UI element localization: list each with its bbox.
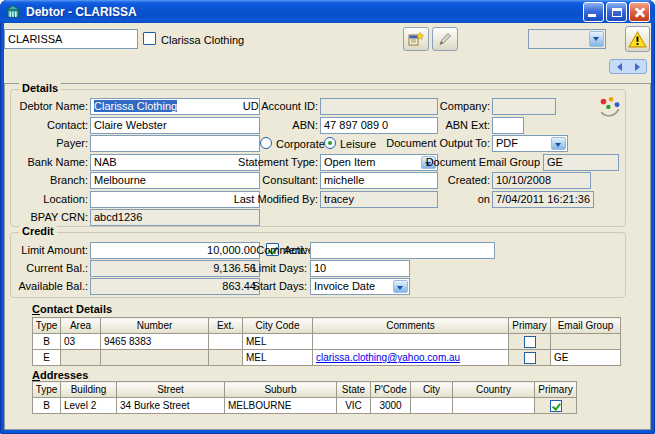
addresses-heading: Addresses	[32, 369, 88, 381]
cell-type[interactable]: E	[33, 350, 61, 366]
cell-comments[interactable]	[313, 334, 509, 350]
col-header: City Code	[243, 318, 313, 334]
contact-header-row: Type Area Number Ext. City Code Comments…	[33, 318, 621, 334]
document-email-group-field: GE	[543, 154, 619, 171]
col-header: Comments	[313, 318, 509, 334]
corporate-radio[interactable]	[260, 137, 272, 149]
minimize-icon	[588, 14, 596, 17]
chevron-down-icon	[393, 280, 408, 293]
col-header: Number	[101, 318, 209, 334]
cell-ext[interactable]	[209, 334, 243, 350]
start-days-dropdown[interactable]: Invoice Date	[310, 278, 410, 295]
cell-email-group[interactable]: GE	[551, 350, 621, 366]
col-header: Country	[453, 382, 535, 398]
bpay-crn-field: abcd1236	[90, 209, 260, 226]
modified-on-label: on	[341, 193, 490, 205]
limit-days-field[interactable]: 10	[310, 260, 410, 277]
cell-pcode[interactable]: 3000	[371, 398, 411, 414]
company-field	[492, 98, 556, 115]
maximize-icon	[612, 8, 622, 17]
abn-ext-field[interactable]	[492, 117, 524, 134]
multicolor-swirl-icon[interactable]	[597, 95, 623, 121]
cell-city[interactable]	[411, 398, 453, 414]
cell-city-code[interactable]: MEL	[243, 350, 313, 366]
leisure-radio[interactable]	[324, 137, 336, 149]
debtor-name-label: Debtor Name:	[11, 100, 88, 112]
start-days-label: Start Days:	[201, 280, 307, 292]
col-header: Email Group	[551, 318, 621, 334]
debtor-code-input[interactable]: CLARISSA	[4, 29, 138, 49]
address-header-row: Type Building Street Suburb State P'Code…	[33, 382, 577, 398]
scroll-tabs-left-icon[interactable]	[617, 63, 622, 71]
available-bal-label: Available Bal.:	[11, 280, 88, 292]
cell-ext	[209, 350, 243, 366]
bank-name-label: Bank Name:	[11, 156, 88, 168]
limit-days-label: Limit Days:	[201, 262, 307, 274]
created-label: Created:	[341, 174, 490, 186]
abn-label: ABN:	[181, 119, 318, 131]
cell-state[interactable]: VIC	[337, 398, 371, 414]
credit-legend: Credit	[19, 225, 57, 237]
ud-account-id-label: UD Account ID:	[181, 100, 318, 112]
modified-on-field: 7/04/2011 16:21:36	[492, 191, 594, 208]
col-header: Type	[33, 382, 61, 398]
cell-suburb[interactable]: MELBOURNE	[225, 398, 337, 414]
cell-city-code[interactable]: MEL	[243, 334, 313, 350]
cell-type[interactable]: B	[33, 398, 61, 414]
primary-checkbox[interactable]	[524, 336, 536, 348]
payer-field[interactable]	[90, 135, 260, 152]
col-header: Suburb	[225, 382, 337, 398]
debtor-name-caption: Clarissa Clothing	[161, 34, 244, 46]
cell-number[interactable]: 9465 8383	[101, 334, 209, 350]
corporate-radio-label: Corporate	[276, 138, 325, 150]
email-link[interactable]: clarissa.clothing@yahoo.com.au	[316, 352, 460, 363]
cell-area[interactable]: 03	[61, 334, 101, 350]
minimize-button[interactable]	[583, 2, 604, 22]
credit-group: Credit Limit Amount: 10,000.00 Active Co…	[10, 232, 626, 298]
cell-street[interactable]: 34 Burke Street	[117, 398, 225, 414]
statement-type-label: Statement Type:	[181, 156, 318, 168]
pen-icon	[436, 30, 454, 48]
titlebar: Debtor - CLARISSA	[0, 0, 655, 23]
document-output-to-label: Document Output To:	[341, 137, 490, 149]
primary-checkbox[interactable]	[550, 400, 562, 412]
contact-details-heading: Contact Details	[32, 303, 112, 315]
alert-button[interactable]	[625, 26, 650, 52]
tab-strip: Debtor Preferences Cards	[4, 56, 651, 84]
bpay-crn-label: BPAY CRN:	[11, 211, 88, 223]
window-title: Debtor - CLARISSA	[26, 5, 137, 19]
scroll-tabs-right-icon[interactable]	[635, 63, 640, 71]
cell-building[interactable]: Level 2	[61, 398, 117, 414]
toolbar-checkbox[interactable]	[143, 32, 156, 45]
col-header: City	[411, 382, 453, 398]
details-legend: Details	[19, 82, 61, 94]
document-output-to-dropdown[interactable]: PDF	[492, 135, 568, 152]
toolbar-dropdown[interactable]	[528, 29, 606, 49]
company-label: Company:	[341, 100, 490, 112]
col-header: Building	[61, 382, 117, 398]
consultant-label: Consultant:	[181, 174, 318, 186]
debtor-window: Debtor - CLARISSA CLARISSA Clarissa Clot…	[0, 0, 655, 434]
cell-type[interactable]: B	[33, 334, 61, 350]
col-header: Ext.	[209, 318, 243, 334]
created-field: 10/10/2008	[492, 172, 591, 189]
col-header: Primary	[509, 318, 551, 334]
chevron-down-icon	[589, 31, 604, 47]
limit-amount-label: Limit Amount:	[11, 244, 88, 256]
comment-field[interactable]	[310, 242, 495, 259]
cell-email-group	[551, 334, 621, 350]
col-header: Primary	[535, 382, 577, 398]
comment-label: Comment:	[201, 244, 307, 256]
contact-row: B 03 9465 8383 MEL	[33, 334, 621, 350]
cell-number	[101, 350, 209, 366]
maximize-button[interactable]	[606, 2, 627, 22]
primary-checkbox[interactable]	[524, 352, 536, 364]
new-card-button[interactable]	[403, 27, 429, 51]
addresses-table: Type Building Street Suburb State P'Code…	[32, 381, 577, 414]
window-building-icon	[5, 4, 21, 20]
cell-comments: clarissa.clothing@yahoo.com.au	[313, 350, 509, 366]
edit-button[interactable]	[432, 27, 458, 51]
cell-country[interactable]	[453, 398, 535, 414]
close-button[interactable]	[629, 2, 650, 22]
current-bal-label: Current Bal.:	[11, 262, 88, 274]
